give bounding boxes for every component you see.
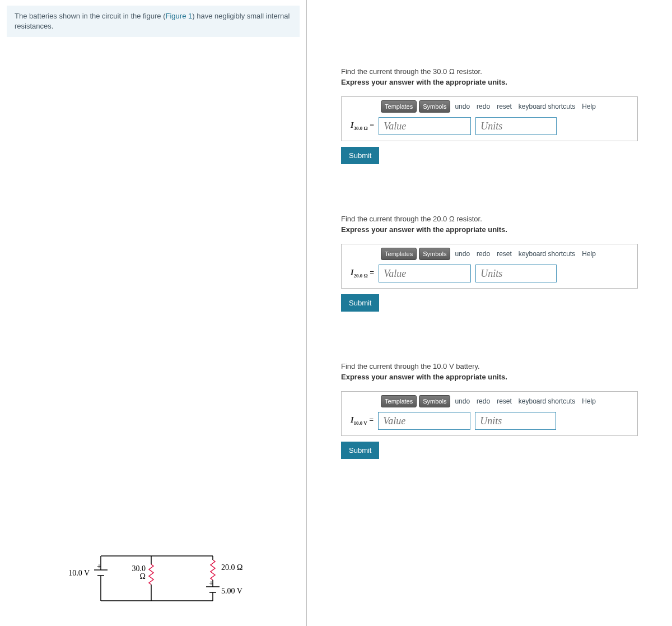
submit-button[interactable]: Submit xyxy=(341,147,379,164)
answer-toolbar: Templates Symbols undo redo reset keyboa… xyxy=(345,100,634,113)
units-input[interactable] xyxy=(475,412,556,430)
part-prompt: Find the current through the 10.0 V batt… xyxy=(341,362,666,370)
value-input[interactable] xyxy=(379,117,471,135)
svg-text:+: + xyxy=(209,579,213,587)
answer-box: Templates Symbols undo redo reset keyboa… xyxy=(341,391,638,436)
part-prompt: Find the current through the 20.0 Ω resi… xyxy=(341,215,666,223)
part-b: Find the current through the 20.0 Ω resi… xyxy=(341,215,666,312)
help-button[interactable]: Help xyxy=(580,101,598,112)
answer-box: Templates Symbols undo redo reset keyboa… xyxy=(341,244,638,289)
redo-button[interactable]: redo xyxy=(474,101,492,112)
resistor1-label-bot: Ω xyxy=(140,572,146,581)
part-instruction: Express your answer with the appropriate… xyxy=(341,373,666,381)
keyboard-shortcuts-button[interactable]: keyboard shortcuts xyxy=(516,101,577,112)
symbols-button[interactable]: Symbols xyxy=(419,248,450,260)
variable-label: I20.0 Ω = xyxy=(351,268,374,279)
reset-button[interactable]: reset xyxy=(494,396,514,406)
answer-toolbar: Templates Symbols undo redo reset keyboa… xyxy=(345,248,634,260)
value-input[interactable] xyxy=(378,412,470,430)
symbols-button[interactable]: Symbols xyxy=(419,395,450,407)
redo-button[interactable]: redo xyxy=(474,249,492,259)
problem-statement: The batteries shown in the circuit in th… xyxy=(7,6,300,37)
help-button[interactable]: Help xyxy=(580,396,598,406)
undo-button[interactable]: undo xyxy=(452,101,472,112)
resistor2-label: 20.0 Ω xyxy=(221,563,242,572)
help-button[interactable]: Help xyxy=(580,249,598,259)
templates-button[interactable]: Templates xyxy=(381,100,417,113)
units-input[interactable] xyxy=(475,117,557,135)
keyboard-shortcuts-button[interactable]: keyboard shortcuts xyxy=(516,249,577,259)
variable-label: I10.0 V = xyxy=(351,416,374,426)
answer-box: Templates Symbols undo redo reset keyboa… xyxy=(341,96,638,141)
keyboard-shortcuts-button[interactable]: keyboard shortcuts xyxy=(516,396,577,406)
circuit-figure: 10.0 V 30.0 Ω 20.0 Ω 5.00 V + + xyxy=(56,548,252,615)
submit-button[interactable]: Submit xyxy=(341,294,379,312)
problem-text-before: The batteries shown in the circuit in th… xyxy=(15,12,166,20)
battery1-label: 10.0 V xyxy=(68,569,90,577)
resistor1-label-top: 30.0 xyxy=(132,564,146,573)
templates-button[interactable]: Templates xyxy=(381,248,417,260)
symbols-button[interactable]: Symbols xyxy=(419,100,450,113)
part-a: Find the current through the 30.0 Ω resi… xyxy=(341,67,666,164)
part-c: Find the current through the 10.0 V batt… xyxy=(341,362,666,459)
variable-label: I30.0 Ω = xyxy=(351,121,374,131)
undo-button[interactable]: undo xyxy=(452,249,472,259)
templates-button[interactable]: Templates xyxy=(381,395,417,407)
undo-button[interactable]: undo xyxy=(452,396,472,406)
svg-text:+: + xyxy=(97,562,101,571)
part-instruction: Express your answer with the appropriate… xyxy=(341,78,666,86)
units-input[interactable] xyxy=(475,265,557,282)
reset-button[interactable]: reset xyxy=(494,101,514,112)
figure-link[interactable]: Figure 1 xyxy=(166,12,193,20)
redo-button[interactable]: redo xyxy=(474,396,492,406)
answer-toolbar: Templates Symbols undo redo reset keyboa… xyxy=(345,395,634,407)
part-prompt: Find the current through the 30.0 Ω resi… xyxy=(341,67,666,76)
reset-button[interactable]: reset xyxy=(494,249,514,259)
part-instruction: Express your answer with the appropriate… xyxy=(341,225,666,234)
value-input[interactable] xyxy=(379,265,471,282)
battery2-label: 5.00 V xyxy=(221,587,242,595)
submit-button[interactable]: Submit xyxy=(341,442,379,459)
